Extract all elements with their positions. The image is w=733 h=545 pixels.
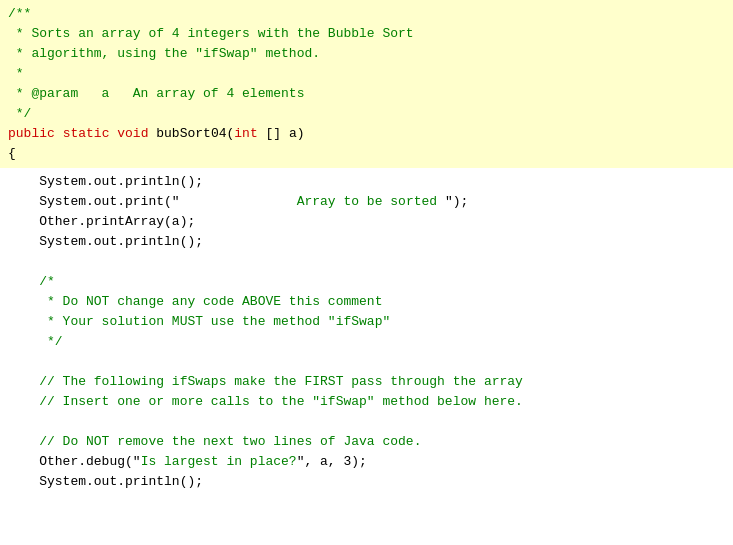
- body-line-5: [0, 252, 733, 272]
- javadoc-text-5: * @param a An array of 4 elements: [8, 84, 304, 104]
- javadoc-text-4: *: [8, 64, 24, 84]
- body-line-14: // Do NOT remove the next two lines of J…: [0, 432, 733, 452]
- javadoc-text-6: */: [8, 104, 31, 124]
- signature-line: public static void bubSort04(int [] a): [0, 124, 733, 144]
- javadoc-text-2: * Sorts an array of 4 integers with the …: [8, 24, 414, 44]
- javadoc-line-6: */: [0, 104, 733, 124]
- body-line-7: * Do NOT change any code ABOVE this comm…: [0, 292, 733, 312]
- body-line-2: System.out.print(" Array to be sorted ")…: [0, 192, 733, 212]
- body-line-9: */: [0, 332, 733, 352]
- brace-open-line: {: [0, 144, 733, 164]
- body-line-13: [0, 412, 733, 432]
- javadoc-line-4: *: [0, 64, 733, 84]
- body-line-12: // Insert one or more calls to the "ifSw…: [0, 392, 733, 412]
- body-line-15: Other.debug("Is largest in place?", a, 3…: [0, 452, 733, 472]
- javadoc-line-2: * Sorts an array of 4 integers with the …: [0, 24, 733, 44]
- code-container: /** * Sorts an array of 4 integers with …: [0, 0, 733, 545]
- javadoc-line-5: * @param a An array of 4 elements: [0, 84, 733, 104]
- body-line-1: System.out.println();: [0, 172, 733, 192]
- javadoc-text-1: /**: [8, 4, 31, 24]
- body-line-11: // The following ifSwaps make the FIRST …: [0, 372, 733, 392]
- body-line-3: Other.printArray(a);: [0, 212, 733, 232]
- javadoc-line-1: /**: [0, 4, 733, 24]
- javadoc-line-3: * algorithm, using the "ifSwap" method.: [0, 44, 733, 64]
- body-line-6: /*: [0, 272, 733, 292]
- brace-open-text: {: [8, 144, 16, 164]
- body-line-4: System.out.println();: [0, 232, 733, 252]
- body-line-16: System.out.println();: [0, 472, 733, 492]
- body-line-10: [0, 352, 733, 372]
- body-line-8: * Your solution MUST use the method "ifS…: [0, 312, 733, 332]
- code-block: System.out.println(); System.out.print("…: [0, 168, 733, 496]
- javadoc-text-3: * algorithm, using the "ifSwap" method.: [8, 44, 320, 64]
- javadoc-block: /** * Sorts an array of 4 integers with …: [0, 0, 733, 168]
- signature-text: public static void bubSort04(int [] a): [8, 124, 305, 144]
